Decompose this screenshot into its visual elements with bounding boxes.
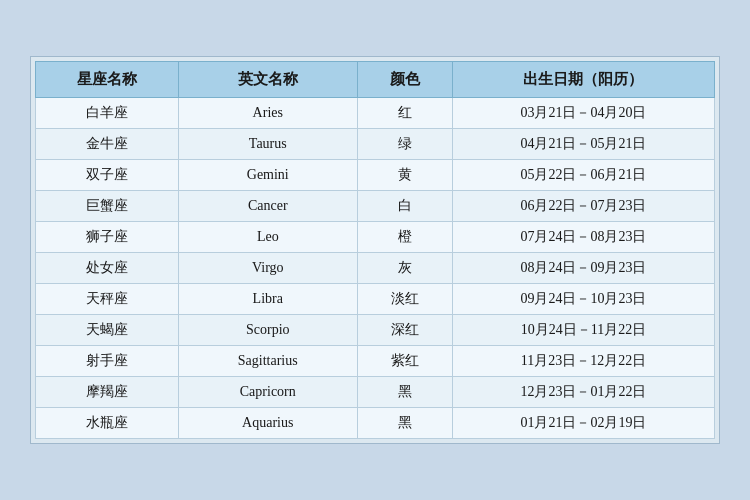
- cell-color: 橙: [357, 222, 452, 253]
- cell-date: 01月21日－02月19日: [452, 408, 714, 439]
- table-row: 巨蟹座Cancer白06月22日－07月23日: [36, 191, 715, 222]
- table-row: 摩羯座Capricorn黑12月23日－01月22日: [36, 377, 715, 408]
- cell-en-name: Libra: [178, 284, 357, 315]
- cell-color: 黄: [357, 160, 452, 191]
- cell-cn-name: 水瓶座: [36, 408, 179, 439]
- header-cn-name: 星座名称: [36, 62, 179, 98]
- table-row: 天蝎座Scorpio深红10月24日－11月22日: [36, 315, 715, 346]
- cell-cn-name: 狮子座: [36, 222, 179, 253]
- cell-cn-name: 金牛座: [36, 129, 179, 160]
- cell-date: 06月22日－07月23日: [452, 191, 714, 222]
- cell-en-name: Cancer: [178, 191, 357, 222]
- cell-cn-name: 巨蟹座: [36, 191, 179, 222]
- cell-date: 10月24日－11月22日: [452, 315, 714, 346]
- header-date: 出生日期（阳历）: [452, 62, 714, 98]
- cell-cn-name: 天秤座: [36, 284, 179, 315]
- cell-color: 黑: [357, 408, 452, 439]
- cell-cn-name: 射手座: [36, 346, 179, 377]
- cell-color: 灰: [357, 253, 452, 284]
- cell-color: 黑: [357, 377, 452, 408]
- cell-color: 紫红: [357, 346, 452, 377]
- cell-en-name: Capricorn: [178, 377, 357, 408]
- cell-cn-name: 处女座: [36, 253, 179, 284]
- table-row: 射手座Sagittarius紫红11月23日－12月22日: [36, 346, 715, 377]
- cell-date: 12月23日－01月22日: [452, 377, 714, 408]
- table-row: 金牛座Taurus绿04月21日－05月21日: [36, 129, 715, 160]
- cell-date: 04月21日－05月21日: [452, 129, 714, 160]
- cell-cn-name: 白羊座: [36, 98, 179, 129]
- cell-color: 绿: [357, 129, 452, 160]
- cell-en-name: Gemini: [178, 160, 357, 191]
- cell-en-name: Virgo: [178, 253, 357, 284]
- table-row: 狮子座Leo橙07月24日－08月23日: [36, 222, 715, 253]
- cell-cn-name: 摩羯座: [36, 377, 179, 408]
- cell-color: 淡红: [357, 284, 452, 315]
- cell-en-name: Aries: [178, 98, 357, 129]
- cell-color: 白: [357, 191, 452, 222]
- zodiac-table-container: 星座名称 英文名称 颜色 出生日期（阳历） 白羊座Aries红03月21日－04…: [30, 56, 720, 444]
- table-row: 水瓶座Aquarius黑01月21日－02月19日: [36, 408, 715, 439]
- header-en-name: 英文名称: [178, 62, 357, 98]
- cell-date: 08月24日－09月23日: [452, 253, 714, 284]
- cell-en-name: Scorpio: [178, 315, 357, 346]
- cell-date: 09月24日－10月23日: [452, 284, 714, 315]
- cell-date: 11月23日－12月22日: [452, 346, 714, 377]
- cell-color: 红: [357, 98, 452, 129]
- cell-date: 05月22日－06月21日: [452, 160, 714, 191]
- cell-en-name: Taurus: [178, 129, 357, 160]
- cell-color: 深红: [357, 315, 452, 346]
- header-color: 颜色: [357, 62, 452, 98]
- cell-en-name: Leo: [178, 222, 357, 253]
- cell-en-name: Sagittarius: [178, 346, 357, 377]
- table-row: 处女座Virgo灰08月24日－09月23日: [36, 253, 715, 284]
- cell-en-name: Aquarius: [178, 408, 357, 439]
- table-row: 白羊座Aries红03月21日－04月20日: [36, 98, 715, 129]
- cell-date: 07月24日－08月23日: [452, 222, 714, 253]
- cell-date: 03月21日－04月20日: [452, 98, 714, 129]
- table-row: 天秤座Libra淡红09月24日－10月23日: [36, 284, 715, 315]
- table-row: 双子座Gemini黄05月22日－06月21日: [36, 160, 715, 191]
- cell-cn-name: 双子座: [36, 160, 179, 191]
- table-header-row: 星座名称 英文名称 颜色 出生日期（阳历）: [36, 62, 715, 98]
- cell-cn-name: 天蝎座: [36, 315, 179, 346]
- zodiac-table: 星座名称 英文名称 颜色 出生日期（阳历） 白羊座Aries红03月21日－04…: [35, 61, 715, 439]
